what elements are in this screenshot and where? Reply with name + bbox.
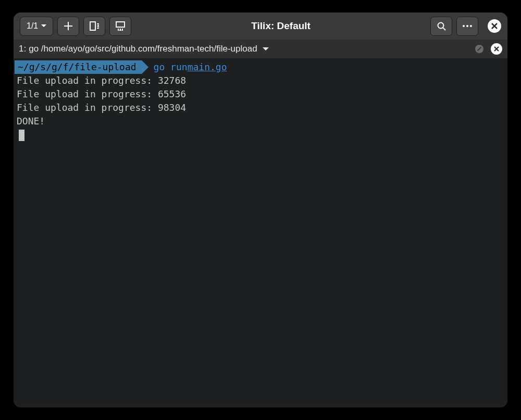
tab-close-button[interactable] [491, 43, 502, 55]
search-icon [437, 22, 446, 31]
prompt-line: ~/g/s/g/f/file-upload go run main.go [15, 60, 506, 74]
tab-index: 1: [19, 44, 26, 54]
prompt-path: ~/g/s/g/f/file-upload [15, 60, 142, 74]
split-right-icon [90, 21, 99, 31]
session-counter-button[interactable]: 1/1 [20, 17, 53, 36]
add-terminal-button[interactable] [57, 17, 79, 36]
output-line: File upload in progress: 65536 [15, 87, 506, 101]
svg-rect-0 [90, 22, 95, 30]
more-icon [463, 25, 472, 27]
titlebar: 1/1 Tilix: Default [14, 12, 507, 40]
terminal-cursor [19, 130, 24, 141]
terminal-tab[interactable]: 1: go /home/ayo/go/src/github.com/freshm… [19, 44, 269, 54]
output-line: File upload in progress: 98304 [15, 101, 506, 114]
menu-button[interactable] [456, 17, 478, 36]
plus-icon [64, 22, 72, 30]
split-down-icon [116, 21, 125, 31]
cursor-line [15, 128, 506, 142]
tab-bar: 1: go /home/ayo/go/src/github.com/freshm… [14, 40, 507, 58]
command-args: run [170, 60, 188, 74]
svg-point-3 [463, 25, 465, 27]
split-right-button[interactable] [83, 17, 105, 36]
output-line: DONE! [15, 114, 506, 128]
titlebar-right-group [430, 17, 501, 36]
prompt-arrow-icon [142, 60, 148, 74]
svg-rect-1 [116, 22, 125, 27]
readonly-icon[interactable] [474, 44, 485, 54]
svg-point-4 [466, 25, 468, 27]
svg-point-5 [470, 25, 472, 27]
chevron-down-icon [263, 47, 269, 51]
close-icon [494, 46, 499, 52]
search-button[interactable] [430, 17, 452, 36]
session-counter-label: 1/1 [27, 21, 38, 31]
svg-point-2 [438, 22, 443, 28]
terminal-area[interactable]: ~/g/s/g/f/file-upload go run main.go Fil… [14, 58, 507, 408]
tab-title: go /home/ayo/go/src/github.com/freshman-… [29, 44, 257, 54]
command-filename: main.go [188, 60, 227, 74]
window-title: Tilix: Default [135, 20, 426, 32]
window-close-button[interactable] [488, 19, 501, 33]
output-line: File upload in progress: 32768 [15, 74, 506, 87]
chevron-down-icon [41, 24, 46, 28]
command-binary: go [154, 60, 165, 74]
split-down-button[interactable] [109, 17, 131, 36]
close-icon [491, 23, 498, 29]
terminal-window: 1/1 Tilix: Default [14, 12, 507, 408]
